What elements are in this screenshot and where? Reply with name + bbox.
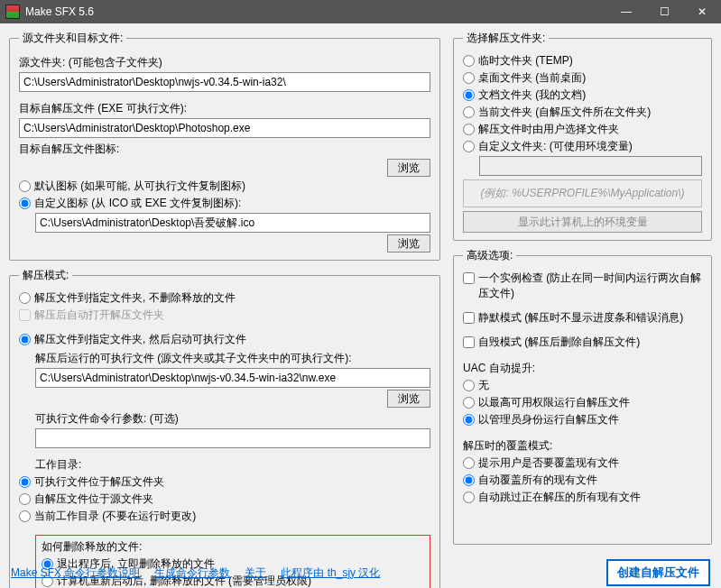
translator-link[interactable]: 此程序由 th_sjy 汉化 xyxy=(281,565,380,581)
dest-docs-radio[interactable] xyxy=(463,89,475,101)
help-link[interactable]: Make SFX 命令行参数说明 xyxy=(11,565,140,581)
group-title: 解压模式: xyxy=(19,268,72,283)
exe-label: 目标自解压文件 (EXE 可执行文件): xyxy=(19,101,430,116)
group-title: 源文件夹和目标文件: xyxy=(19,31,126,46)
advanced-group: 高级选项: 一个实例检查 (防止在同一时间内运行两次自解压文件) 静默模式 (解… xyxy=(453,248,712,545)
silent-check[interactable] xyxy=(463,312,475,324)
workdir-source-radio[interactable] xyxy=(19,493,31,505)
mode-run-radio[interactable] xyxy=(19,334,31,345)
browse-exe-button[interactable]: 浏览 xyxy=(387,159,430,177)
browse-icon-button[interactable]: 浏览 xyxy=(387,234,430,253)
run-exe-input[interactable] xyxy=(35,368,430,388)
workdir-current-radio[interactable] xyxy=(19,510,31,522)
create-sfx-button[interactable]: 创建自解压文件 xyxy=(606,559,710,586)
titlebar: Make SFX 5.6 — ☐ ✕ xyxy=(0,0,721,23)
dest-custom-radio[interactable] xyxy=(463,141,475,152)
delete-label: 如何删除释放的文件: xyxy=(42,539,424,555)
icon-default-radio[interactable] xyxy=(19,180,31,192)
workdir-extract-radio[interactable] xyxy=(19,476,31,488)
args-input[interactable] xyxy=(35,428,430,448)
autoopen-check xyxy=(19,309,31,321)
browse-run-button[interactable]: 浏览 xyxy=(387,390,430,408)
exe-input[interactable] xyxy=(19,118,430,138)
env-hint: (例如: %USERPROFILE%\MyApplication\) xyxy=(463,179,702,207)
workdir-label: 工作目录: xyxy=(35,457,430,473)
window-title: Make SFX 5.6 xyxy=(25,5,607,18)
selfdestruct-check[interactable] xyxy=(463,336,475,348)
source-input[interactable] xyxy=(19,72,430,92)
overwrite-label: 解压时的覆盖模式: xyxy=(463,438,702,454)
args-label: 可执行文件命令行参数: (可选) xyxy=(35,411,430,427)
icon-custom-radio[interactable] xyxy=(19,198,31,209)
mode-nodelete-radio[interactable] xyxy=(19,292,31,304)
app-icon xyxy=(5,5,20,19)
uac-admin-radio[interactable] xyxy=(463,414,475,426)
custom-folder-input xyxy=(479,156,702,176)
uac-highest-radio[interactable] xyxy=(463,397,475,409)
group-title: 选择解压文件夹: xyxy=(463,31,549,46)
source-target-group: 源文件夹和目标文件: 源文件夹: (可能包含子文件夹) 目标自解压文件 (EXE… xyxy=(9,31,440,261)
extract-mode-group: 解压模式: 解压文件到指定文件夹, 不删除释放的文件 解压后自动打开解压文件夹 … xyxy=(9,268,440,588)
about-link[interactable]: 关于 xyxy=(245,565,266,581)
run-label: 解压后运行的可执行文件 (源文件夹或其子文件夹中的可执行文件): xyxy=(35,351,430,366)
dest-desktop-radio[interactable] xyxy=(463,72,475,84)
source-label: 源文件夹: (可能包含子文件夹) xyxy=(19,55,430,70)
icon-label: 目标自解压文件图标: xyxy=(19,142,430,157)
dest-folder-group: 选择解压文件夹: 临时文件夹 (TEMP) 桌面文件夹 (当前桌面) 文档文件夹… xyxy=(453,31,712,241)
close-button[interactable]: ✕ xyxy=(683,0,721,23)
uac-none-radio[interactable] xyxy=(463,380,475,391)
show-env-button: 显示此计算机上的环境变量 xyxy=(463,211,702,233)
overwrite-all-radio[interactable] xyxy=(463,474,475,486)
dest-user-radio[interactable] xyxy=(463,124,475,135)
minimize-button[interactable]: — xyxy=(607,0,645,23)
dest-temp-radio[interactable] xyxy=(463,55,475,67)
group-title: 高级选项: xyxy=(463,248,516,263)
overwrite-skip-radio[interactable] xyxy=(463,492,475,503)
dest-current-radio[interactable] xyxy=(463,106,475,118)
gen-cmd-link[interactable]: 生成命令行参数 xyxy=(154,565,230,581)
uac-label: UAC 自动提升: xyxy=(463,361,702,376)
icon-path-input[interactable] xyxy=(35,213,430,233)
single-instance-check[interactable] xyxy=(463,272,475,284)
maximize-button[interactable]: ☐ xyxy=(645,0,683,23)
overwrite-prompt-radio[interactable] xyxy=(463,457,475,469)
